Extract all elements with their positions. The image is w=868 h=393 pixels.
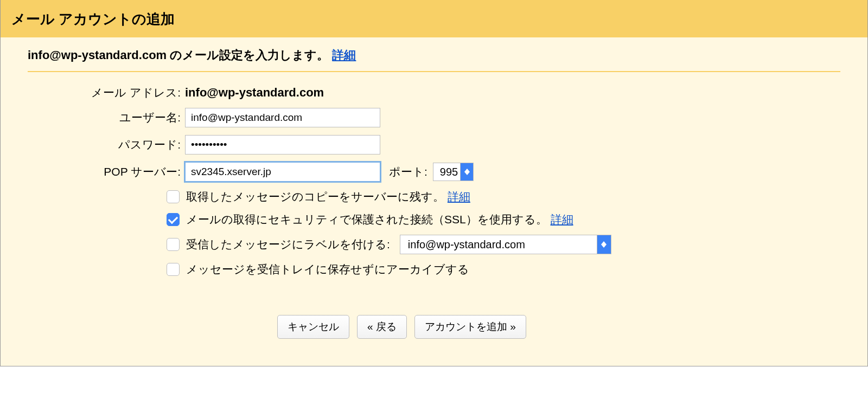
apply-label-checkbox[interactable] xyxy=(167,238,180,251)
apply-label-select-value: info@wp-ystandard.com xyxy=(408,239,525,251)
username-label: ユーザー名: xyxy=(28,110,185,125)
port-label: ポート: xyxy=(389,164,427,179)
email-address-label: メール アドレス: xyxy=(28,85,185,100)
pop-server-label: POP サーバー: xyxy=(28,164,185,179)
password-label: パスワード: xyxy=(28,137,185,152)
dialog-title: メール アカウントの追加 xyxy=(1,0,867,37)
cancel-button[interactable]: キャンセル xyxy=(277,315,349,339)
use-ssl-detail-link[interactable]: 詳細 xyxy=(551,213,573,226)
chevron-updown-icon xyxy=(460,163,473,181)
subheading-detail-link[interactable]: 詳細 xyxy=(332,48,356,62)
apply-label-select[interactable]: info@wp-ystandard.com xyxy=(400,235,611,254)
apply-label-text: 受信したメッセージにラベルを付ける: xyxy=(186,237,390,252)
back-button[interactable]: « 戻る xyxy=(357,315,407,339)
svg-marker-1 xyxy=(464,172,470,175)
archive-label: メッセージを受信トレイに保存せずにアーカイブする xyxy=(186,262,469,277)
add-account-button[interactable]: アカウントを追加 » xyxy=(414,315,526,339)
leave-copy-detail-link[interactable]: 詳細 xyxy=(448,190,470,203)
subheading-text: info@wp-ystandard.com のメール設定を入力します。 xyxy=(28,48,329,62)
password-input[interactable] xyxy=(185,135,380,154)
use-ssl-label: メールの取得にセキュリティで保護された接続（SSL）を使用する。 xyxy=(186,213,547,226)
leave-copy-checkbox[interactable] xyxy=(167,190,180,203)
email-address-value: info@wp-ystandard.com xyxy=(185,86,324,100)
archive-checkbox[interactable] xyxy=(167,263,180,276)
leave-copy-label: 取得したメッセージのコピーをサーバーに残す。 xyxy=(186,190,444,203)
username-input[interactable] xyxy=(185,108,380,127)
button-row: キャンセル « 戻る アカウントを追加 » xyxy=(277,315,526,339)
dialog: メール アカウントの追加 info@wp-ystandard.com のメール設… xyxy=(0,0,868,366)
divider xyxy=(28,71,840,72)
chevron-updown-icon xyxy=(597,235,611,254)
port-select[interactable]: 995 xyxy=(433,163,474,181)
pop-server-input[interactable] xyxy=(185,162,380,182)
port-select-value: 995 xyxy=(440,166,458,178)
svg-marker-3 xyxy=(601,244,607,248)
dialog-content: info@wp-ystandard.com のメール設定を入力します。 詳細 メ… xyxy=(1,37,867,366)
subheading: info@wp-ystandard.com のメール設定を入力します。 詳細 xyxy=(28,47,840,63)
use-ssl-checkbox[interactable] xyxy=(167,213,180,226)
